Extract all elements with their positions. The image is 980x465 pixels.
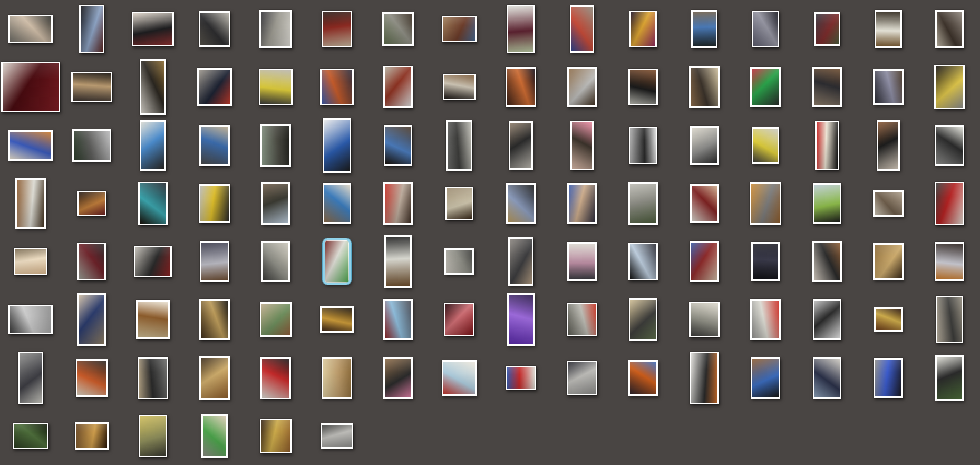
photo-thumbnail[interactable] xyxy=(442,16,477,42)
photo-thumbnail[interactable] xyxy=(629,127,657,164)
photo-thumbnail[interactable] xyxy=(935,125,964,166)
photo-thumbnail[interactable] xyxy=(140,59,166,115)
photo-thumbnail[interactable] xyxy=(690,241,719,282)
photo-thumbnail[interactable] xyxy=(812,241,842,282)
photo-thumbnail[interactable] xyxy=(506,366,536,390)
photo-thumbnail[interactable] xyxy=(567,361,597,395)
photo-thumbnail[interactable] xyxy=(75,422,109,450)
photo-thumbnail[interactable] xyxy=(814,12,840,46)
photo-thumbnail[interactable] xyxy=(136,300,170,339)
photo-thumbnail[interactable] xyxy=(690,126,719,165)
photo-thumbnail[interactable] xyxy=(383,182,413,225)
photo-thumbnail[interactable] xyxy=(874,307,903,332)
photo-thumbnail[interactable] xyxy=(812,67,842,107)
photo-thumbnail[interactable] xyxy=(935,242,964,281)
photo-thumbnail[interactable] xyxy=(873,190,904,217)
photo-thumbnail[interactable] xyxy=(628,243,658,280)
photo-thumbnail[interactable] xyxy=(507,293,535,346)
photo-thumbnail[interactable] xyxy=(691,10,717,48)
photo-thumbnail[interactable] xyxy=(8,130,53,161)
photo-thumbnail[interactable] xyxy=(383,299,413,340)
photo-thumbnail[interactable] xyxy=(320,69,354,105)
photo-thumbnail[interactable] xyxy=(8,305,53,334)
photo-thumbnail[interactable] xyxy=(507,5,535,53)
photo-thumbnail[interactable] xyxy=(323,118,351,173)
photo-thumbnail[interactable] xyxy=(934,65,965,109)
photo-thumbnail[interactable] xyxy=(13,423,48,449)
photo-thumbnail[interactable] xyxy=(260,302,292,337)
photo-thumbnail[interactable] xyxy=(442,360,477,396)
photo-thumbnail[interactable] xyxy=(383,66,413,108)
photo-thumbnail[interactable] xyxy=(567,242,597,281)
photo-thumbnail[interactable] xyxy=(138,182,168,225)
photo-thumbnail[interactable] xyxy=(18,352,43,404)
photo-thumbnail[interactable] xyxy=(199,356,230,400)
photo-thumbnail[interactable] xyxy=(199,184,230,223)
photo-thumbnail[interactable] xyxy=(322,11,352,47)
photo-thumbnail[interactable] xyxy=(874,358,903,398)
photo-thumbnail[interactable] xyxy=(813,357,841,399)
photo-thumbnail[interactable] xyxy=(200,241,229,282)
photo-thumbnail[interactable] xyxy=(813,183,841,224)
photo-thumbnail[interactable] xyxy=(261,182,290,225)
photo-thumbnail[interactable] xyxy=(506,67,536,107)
photo-thumbnail[interactable] xyxy=(14,248,47,275)
photo-thumbnail[interactable] xyxy=(77,191,106,216)
photo-thumbnail[interactable] xyxy=(384,235,412,288)
photo-thumbnail[interactable] xyxy=(873,243,904,280)
photo-thumbnail[interactable] xyxy=(322,357,352,399)
photo-thumbnail[interactable] xyxy=(752,127,779,164)
photo-thumbnail[interactable] xyxy=(383,357,413,399)
photo-thumbnail[interactable] xyxy=(628,69,658,105)
photo-thumbnail[interactable] xyxy=(199,125,230,166)
photo-thumbnail[interactable] xyxy=(15,178,46,229)
photo-thumbnail[interactable] xyxy=(72,129,111,162)
photo-thumbnail[interactable] xyxy=(750,299,781,340)
photo-thumbnail[interactable] xyxy=(751,242,780,281)
photo-thumbnail[interactable] xyxy=(689,66,720,108)
photo-thumbnail[interactable] xyxy=(508,237,533,286)
photo-thumbnail[interactable] xyxy=(1,62,60,112)
photo-thumbnail[interactable] xyxy=(628,182,658,225)
photo-thumbnail[interactable] xyxy=(71,72,112,102)
photo-thumbnail[interactable] xyxy=(139,415,167,457)
photo-thumbnail[interactable] xyxy=(873,69,904,105)
photo-thumbnail[interactable] xyxy=(77,293,106,346)
photo-thumbnail[interactable] xyxy=(506,183,536,224)
photo-thumbnail[interactable] xyxy=(936,296,963,343)
photo-thumbnail[interactable] xyxy=(935,10,964,48)
photo-thumbnail[interactable] xyxy=(259,10,292,48)
photo-thumbnail[interactable] xyxy=(567,303,597,336)
photo-thumbnail[interactable] xyxy=(752,11,779,47)
photo-thumbnail[interactable] xyxy=(750,182,781,225)
photo-thumbnail[interactable] xyxy=(138,357,168,399)
photo-thumbnail[interactable] xyxy=(382,12,414,46)
photo-thumbnail[interactable] xyxy=(815,121,839,170)
photo-thumbnail[interactable] xyxy=(877,120,900,171)
photo-thumbnail[interactable] xyxy=(567,67,597,107)
photo-thumbnail[interactable] xyxy=(259,69,293,105)
photo-thumbnail[interactable] xyxy=(690,184,719,223)
photo-thumbnail[interactable] xyxy=(629,11,657,47)
photo-thumbnail[interactable] xyxy=(260,357,291,399)
photo-thumbnail[interactable] xyxy=(201,414,228,458)
photo-thumbnail[interactable] xyxy=(446,120,472,171)
photo-thumbnail[interactable] xyxy=(76,359,108,397)
photo-thumbnail-selected[interactable] xyxy=(323,238,351,285)
photo-thumbnail[interactable] xyxy=(751,357,780,399)
photo-thumbnail[interactable] xyxy=(261,241,290,282)
photo-thumbnail[interactable] xyxy=(444,248,474,275)
photo-thumbnail[interactable] xyxy=(199,11,230,47)
photo-thumbnail[interactable] xyxy=(79,5,104,53)
photo-thumbnail[interactable] xyxy=(629,298,657,341)
photo-thumbnail[interactable] xyxy=(875,10,902,48)
photo-thumbnail[interactable] xyxy=(320,306,354,333)
photo-thumbnail[interactable] xyxy=(750,67,781,107)
photo-thumbnail[interactable] xyxy=(509,121,533,170)
photo-thumbnail[interactable] xyxy=(140,120,166,171)
photo-thumbnail[interactable] xyxy=(199,299,230,340)
photo-thumbnail[interactable] xyxy=(323,183,351,224)
photo-thumbnail[interactable] xyxy=(321,423,353,449)
photo-thumbnail[interactable] xyxy=(689,302,720,337)
photo-thumbnail[interactable] xyxy=(567,183,597,224)
